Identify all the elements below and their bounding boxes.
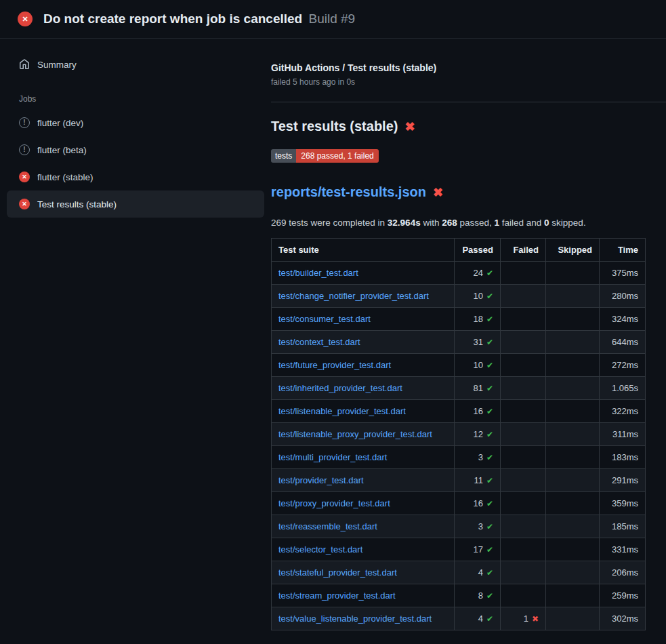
table-row: test/listenable_provider_test.dart16✔322…	[272, 400, 646, 423]
suite-link[interactable]: test/reassemble_test.dart	[278, 521, 377, 531]
table-row: test/future_provider_test.dart10✔272ms	[272, 354, 646, 377]
suite-link[interactable]: test/change_notifier_provider_test.dart	[278, 291, 429, 301]
suite-link[interactable]: test/proxy_provider_test.dart	[278, 498, 390, 508]
run-status-line: failed 5 hours ago in 0s	[271, 77, 646, 87]
check-icon: ✔	[486, 384, 493, 393]
check-icon: ✔	[486, 476, 493, 485]
column-header: Passed	[455, 239, 501, 262]
suite-link[interactable]: test/stream_provider_test.dart	[278, 590, 396, 601]
time-value: 331ms	[600, 538, 646, 561]
summary-text: skipped.	[549, 218, 586, 228]
time-value: 206ms	[600, 561, 646, 584]
skipped-count	[546, 561, 600, 584]
summary-text: passed,	[457, 218, 495, 228]
report-link[interactable]: reports/test-results.json	[271, 184, 426, 200]
suite-link[interactable]: test/future_provider_test.dart	[278, 360, 391, 370]
skipped-count	[546, 262, 600, 285]
passed-count: 3✔	[455, 515, 501, 538]
skipped-count	[546, 285, 600, 308]
failed-count	[501, 377, 546, 400]
time-value: 185ms	[600, 515, 646, 538]
jobs-section-label: Jobs	[19, 94, 271, 104]
summary-failed-count: 1	[495, 218, 500, 228]
badge-value: 268 passed, 1 failed	[296, 149, 378, 163]
suite-cell: test/change_notifier_provider_test.dart	[272, 285, 455, 308]
skipped-count	[546, 400, 600, 423]
workflow-run-title: Do not create report when job is cancell…	[43, 12, 302, 26]
skipped-count	[546, 354, 600, 377]
divider	[271, 102, 666, 102]
sidebar-item-summary[interactable]: Summary	[7, 51, 264, 78]
sidebar-item-label: flutter (beta)	[37, 145, 87, 155]
suite-link[interactable]: test/selector_test.dart	[278, 544, 362, 555]
suite-cell: test/multi_provider_test.dart	[272, 446, 455, 469]
failed-count	[501, 446, 546, 469]
check-icon: ✔	[486, 568, 493, 578]
passed-count: 17✔	[455, 538, 501, 561]
sidebar-item-label: Summary	[37, 60, 77, 70]
neutral-status-icon: !	[19, 117, 30, 128]
section-title: Test results (stable) ✖	[271, 119, 646, 134]
skipped-count	[546, 607, 600, 630]
passed-count: 3✔	[455, 446, 501, 469]
suite-link[interactable]: test/stateful_provider_test.dart	[278, 567, 397, 578]
results-table: Test suitePassedFailedSkippedTime test/b…	[271, 238, 646, 630]
table-row: test/builder_test.dart24✔375ms	[272, 262, 646, 285]
suite-cell: test/context_test.dart	[272, 331, 455, 354]
check-icon: ✔	[486, 453, 493, 462]
time-value: 322ms	[600, 400, 646, 423]
skipped-count	[546, 446, 600, 469]
skipped-count	[546, 538, 600, 561]
suite-link[interactable]: test/builder_test.dart	[278, 268, 358, 278]
breadcrumb: GitHub Actions / Test results (stable)	[271, 62, 646, 73]
failed-status-icon: ✕	[18, 12, 33, 26]
skipped-count	[546, 469, 600, 492]
check-icon: ✔	[486, 291, 493, 301]
sidebar-item-job[interactable]: !flutter (beta)	[7, 136, 264, 163]
cross-icon: ✖	[532, 614, 539, 624]
layout: Summary Jobs !flutter (dev)!flutter (bet…	[0, 39, 666, 644]
failed-count	[501, 354, 546, 377]
time-value: 280ms	[600, 285, 646, 308]
time-value: 291ms	[600, 469, 646, 492]
check-icon: ✔	[486, 614, 493, 624]
skipped-count	[546, 584, 600, 607]
failed-count	[501, 308, 546, 331]
skipped-count	[546, 492, 600, 515]
suite-cell: test/listenable_provider_test.dart	[272, 400, 455, 423]
check-icon: ✔	[486, 407, 493, 416]
failed-count	[501, 331, 546, 354]
failed-x-icon: ✖	[404, 121, 415, 133]
summary-text: 269 tests were completed in	[271, 218, 388, 228]
suite-link[interactable]: test/listenable_provider_test.dart	[278, 406, 406, 416]
passed-count: 31✔	[455, 331, 501, 354]
sidebar-item-job[interactable]: ✕flutter (stable)	[7, 163, 264, 190]
suite-link[interactable]: test/value_listenable_provider_test.dart	[278, 613, 432, 624]
time-value: 324ms	[600, 308, 646, 331]
failed-icon: ✕	[19, 172, 30, 182]
suite-link[interactable]: test/provider_test.dart	[278, 475, 364, 485]
check-icon: ✔	[486, 522, 493, 531]
time-value: 375ms	[600, 262, 646, 285]
time-value: 359ms	[600, 492, 646, 515]
suite-link[interactable]: test/consumer_test.dart	[278, 314, 371, 324]
build-number: Build #9	[308, 12, 355, 26]
suite-link[interactable]: test/listenable_proxy_provider_test.dart	[278, 429, 432, 439]
suite-cell: test/consumer_test.dart	[272, 308, 455, 331]
suite-cell: test/stream_provider_test.dart	[272, 584, 455, 607]
passed-count: 4✔	[455, 561, 501, 584]
column-header: Failed	[501, 239, 546, 262]
sidebar-item-job[interactable]: !flutter (dev)	[7, 109, 264, 136]
main-content: GitHub Actions / Test results (stable) f…	[271, 39, 666, 644]
suite-link[interactable]: test/context_test.dart	[278, 337, 360, 347]
suite-link[interactable]: test/multi_provider_test.dart	[278, 452, 387, 462]
table-row: test/stateful_provider_test.dart4✔206ms	[272, 561, 646, 584]
passed-count: 12✔	[455, 423, 501, 446]
suite-link[interactable]: test/inherited_provider_test.dart	[278, 383, 402, 393]
failed-icon: ✕	[19, 199, 30, 209]
summary-passed-count: 268	[442, 218, 457, 228]
sidebar-item-job[interactable]: ✕Test results (stable)	[7, 190, 264, 218]
suite-cell: test/inherited_provider_test.dart	[272, 377, 455, 400]
suite-cell: test/provider_test.dart	[272, 469, 455, 492]
table-row: test/provider_test.dart11✔291ms	[272, 469, 646, 492]
